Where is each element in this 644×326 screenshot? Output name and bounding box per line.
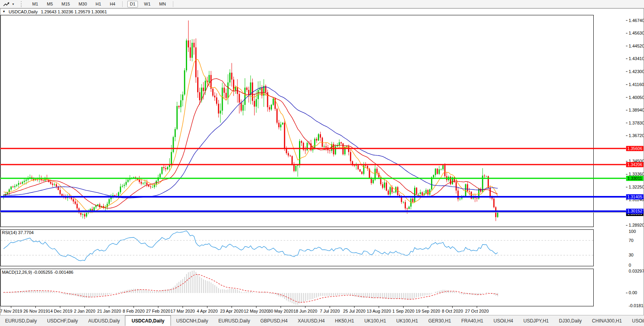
date-axis[interactable]: 7 Nov 201926 Nov 201914 Dec 20192 Jan 20… [0, 306, 489, 313]
svg-text:1.35606: 1.35606 [627, 146, 642, 151]
chart-tab-ger30-h1[interactable]: GER30,H1 [423, 315, 456, 326]
chart-window: ▼ USDCAD,Daily 1.29643 1.30236 1.29579 1… [0, 8, 644, 315]
chart-tab-usdcnh-daily[interactable]: USDCNH,Daily [171, 315, 213, 326]
chart-tab-usoil-h4[interactable]: USOil,H4 [488, 315, 518, 326]
chart-collapse-icon[interactable]: ▼ [2, 10, 6, 14]
svg-text:7 Nov 2019: 7 Nov 2019 [0, 309, 22, 313]
chart-canvas[interactable]: 1.467401.456301.445201.434101.423001.411… [0, 15, 644, 314]
svg-text:1.42300: 1.42300 [629, 69, 644, 74]
timeframe-button-m1[interactable]: M1 [30, 1, 40, 7]
price-level-badge-1.30152: 1.30152 [626, 209, 644, 214]
chart-tab-bar: EURUSD,DailyUSDCHF,DailyAUDUSD,DailyUSDC… [0, 315, 644, 326]
svg-text:1.37830: 1.37830 [629, 121, 644, 125]
chart-tab-usdcad-daily[interactable]: USDCAD,Daily [125, 315, 171, 326]
chart-tab-uk100-h1[interactable]: UK100,H1 [359, 315, 391, 326]
svg-text:1 Sep 2020: 1 Sep 2020 [392, 309, 414, 313]
timeframe-button-d1[interactable]: D1 [127, 1, 138, 7]
svg-text:19 Sep 2020: 19 Sep 2020 [416, 309, 440, 313]
chart-tab-fra40-h1[interactable]: FRA40,H1 [456, 315, 488, 326]
svg-text:8 Oct 2020: 8 Oct 2020 [442, 309, 463, 313]
svg-text:100: 100 [629, 229, 636, 234]
price-level-badge-1.34206: 1.34206 [626, 162, 644, 167]
macd-indicator-label: MACD(12,26,9) -0.005255 -0.001486 [2, 270, 73, 275]
svg-text:1.33011: 1.33011 [627, 176, 642, 181]
svg-text:1.32250: 1.32250 [629, 185, 644, 189]
svg-text:27 Feb 2020: 27 Feb 2020 [146, 309, 171, 313]
chart-tab-dj30-daily[interactable]: DJ30,Daily [554, 315, 587, 326]
svg-text:1.30152: 1.30152 [627, 209, 642, 213]
toolbar-separator [122, 1, 123, 7]
svg-text:70: 70 [629, 238, 633, 243]
svg-text:17 Mar 2020: 17 Mar 2020 [171, 309, 195, 313]
timeframe-toolbar: ▼ M1M5M15M30H1H4D1W1MN [0, 0, 644, 8]
chart-tab-audusd-daily[interactable]: AUDUSD,Daily [83, 315, 125, 326]
svg-text:13 Aug 2020: 13 Aug 2020 [367, 309, 391, 313]
svg-text:1.45630: 1.45630 [629, 31, 644, 35]
chart-title-bar: ▼ USDCAD,Daily 1.29643 1.30236 1.29579 1… [0, 9, 644, 15]
chart-ohlc-values: 1.29643 1.30236 1.29579 1.30061 [41, 9, 107, 14]
svg-text:0: 0 [629, 263, 631, 267]
svg-text:21 Jan 2020: 21 Jan 2020 [97, 309, 121, 313]
toolbar-separator [173, 1, 173, 7]
timeframe-button-mn[interactable]: MN [157, 1, 168, 7]
svg-text:27 Oct 2020: 27 Oct 2020 [465, 309, 489, 313]
chart-tab-gbpusd-h4[interactable]: GBPUSD,H4 [255, 315, 292, 326]
svg-text:14 Dec 2019: 14 Dec 2019 [48, 309, 72, 313]
svg-text:12 May 2020: 12 May 2020 [244, 309, 269, 313]
chart-symbol-title: USDCAD,Daily [9, 9, 38, 14]
svg-text:0.00: 0.00 [629, 290, 637, 295]
rsi-indicator-label: RSI(14) 37.7704 [2, 230, 34, 235]
svg-text:1.34206: 1.34206 [627, 162, 642, 167]
chart-tab-china300-h1[interactable]: CHINA300,H1 [587, 315, 627, 326]
timeframe-button-h4[interactable]: H4 [107, 1, 117, 7]
chart-tab-usdchf-daily[interactable]: USDCHF,Daily [42, 315, 83, 326]
timeframe-button-m30[interactable]: M30 [76, 1, 89, 7]
svg-text:30 May 2020: 30 May 2020 [268, 309, 294, 313]
timeframe-buttons: M1M5M15M30H1H4D1W1MN [28, 1, 176, 7]
svg-text:8 Feb 2020: 8 Feb 2020 [123, 309, 145, 313]
price-level-badge-1.31405: 1.31405 [626, 194, 644, 200]
chart-tab-usoil-h1[interactable]: USOil,H1 [627, 315, 644, 326]
chart-cursor-icon-svg [3, 1, 10, 7]
svg-text:-0.018154: -0.018154 [629, 303, 644, 308]
timeframe-button-h1[interactable]: H1 [93, 1, 103, 7]
svg-text:1.41160: 1.41160 [629, 82, 644, 87]
chart-tab-xauusd-h4[interactable]: XAUUSD,H4 [293, 315, 330, 326]
svg-text:7 Jul 2020: 7 Jul 2020 [320, 309, 340, 313]
svg-text:30: 30 [629, 253, 633, 257]
panel-frames [1, 15, 594, 306]
svg-text:26 Nov 2019: 26 Nov 2019 [23, 309, 48, 313]
toolbar-dropdown-caret-icon[interactable]: ▼ [12, 3, 16, 5]
svg-text:1.31405: 1.31405 [627, 194, 642, 199]
svg-text:4 Apr 2020: 4 Apr 2020 [197, 309, 218, 313]
svg-text:1.28920: 1.28920 [629, 223, 644, 227]
chart-tab-usdjpy-h1[interactable]: USDJPY,H1 [518, 315, 554, 326]
svg-text:1.43410: 1.43410 [629, 56, 644, 61]
price-level-badge-1.33011: 1.33011 [626, 176, 644, 181]
svg-text:18 Jun 2020: 18 Jun 2020 [294, 309, 317, 313]
svg-text:1.44520: 1.44520 [629, 44, 644, 48]
timeframe-button-m5[interactable]: M5 [44, 1, 55, 7]
toolbar-grip[interactable] [21, 1, 22, 7]
chart-cursor-icon[interactable] [2, 1, 12, 7]
timeframe-button-m15[interactable]: M15 [59, 1, 72, 7]
chart-tab-eurusd-daily[interactable]: EURUSD,Daily [213, 315, 255, 326]
svg-text:1.38940: 1.38940 [629, 108, 644, 112]
chart-tab-eurusd-daily[interactable]: EURUSD,Daily [0, 315, 42, 326]
svg-text:1.36720: 1.36720 [629, 133, 644, 138]
svg-text:1.46740: 1.46740 [629, 18, 644, 23]
svg-text:2 Jan 2020: 2 Jan 2020 [74, 309, 95, 313]
timeframe-button-w1[interactable]: W1 [142, 1, 153, 7]
svg-text:23 Apr 2020: 23 Apr 2020 [220, 309, 243, 313]
chart-tab-hk50-h1[interactable]: HK50,H1 [330, 315, 360, 326]
chart-tab-uk100-h1[interactable]: UK100,H1 [391, 315, 423, 326]
svg-text:25 Jul 2020: 25 Jul 2020 [343, 309, 365, 313]
svg-text:0.032972: 0.032972 [629, 269, 644, 273]
svg-text:1.40050: 1.40050 [629, 95, 644, 100]
price-level-badge-1.35606: 1.35606 [626, 146, 644, 151]
mt4-application: ▼ M1M5M15M30H1H4D1W1MN ▼ USDCAD,Daily 1.… [0, 0, 644, 326]
